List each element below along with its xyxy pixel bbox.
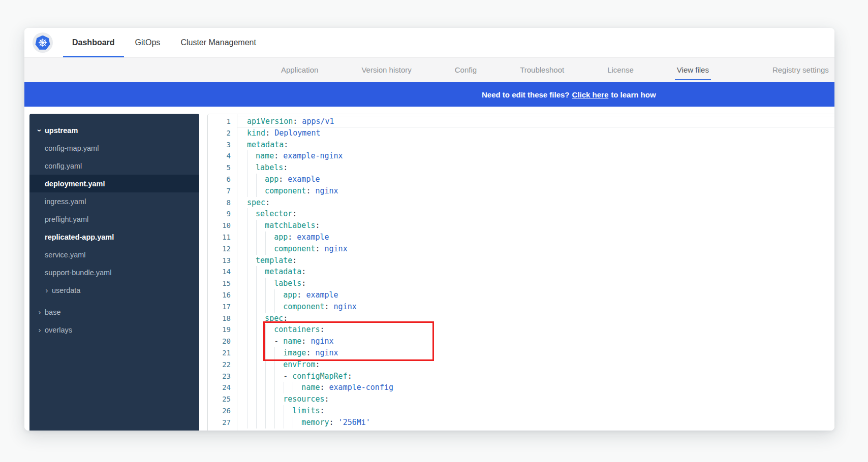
- yaml-punct: :: [283, 314, 288, 323]
- top-nav-item-gitops[interactable]: GitOps: [135, 28, 161, 57]
- tree-item-label: ingress.yaml: [45, 197, 86, 206]
- code-line-9: selector:: [237, 208, 834, 220]
- tree-folder-overlays[interactable]: ›overlays: [29, 321, 199, 339]
- app-tabs: ApplicationVersion historyConfigTroubles…: [281, 57, 829, 82]
- yaml-editor[interactable]: 1234567891011121314151617181920212223242…: [207, 114, 834, 431]
- yaml-punct: :: [265, 128, 270, 138]
- tree-file-support-bundle-yaml[interactable]: support-bundle.yaml: [29, 263, 199, 281]
- code-line-5: labels:: [237, 162, 834, 174]
- tab-version-history[interactable]: Version history: [361, 57, 411, 82]
- yaml-punct: :: [320, 406, 324, 415]
- click-here-link[interactable]: Click here: [572, 90, 609, 99]
- tree-file-preflight-yaml[interactable]: preflight.yaml: [29, 210, 199, 228]
- tab-config[interactable]: Config: [455, 57, 477, 82]
- indent-guides: [247, 174, 265, 185]
- yaml-key: metadata: [265, 267, 301, 276]
- yaml-value: example: [283, 175, 320, 184]
- line-number: 8: [208, 197, 231, 209]
- yaml-value: '256Mi': [334, 418, 370, 427]
- yaml-punct: :: [288, 233, 292, 242]
- line-number: 25: [208, 393, 231, 405]
- yaml-value: nginx: [311, 186, 338, 195]
- yaml-key: kind: [247, 128, 265, 138]
- yaml-key: selector: [256, 209, 292, 218]
- editor-line-numbers: 1234567891011121314151617181920212223242…: [208, 114, 237, 431]
- indent-guides: [247, 185, 265, 197]
- tab-troubleshoot[interactable]: Troubleshoot: [520, 57, 564, 82]
- tree-item-label: overlays: [45, 326, 72, 334]
- yaml-value: nginx: [320, 244, 347, 253]
- tree-file-deployment-yaml[interactable]: deployment.yaml: [29, 175, 199, 192]
- indent-guides: [247, 162, 256, 174]
- yaml-key: name: [283, 337, 301, 346]
- indent-guides: [247, 393, 283, 405]
- top-nav-bar: DashboardGitOpsCluster Management: [24, 28, 834, 57]
- tree-folder-upstream[interactable]: ›upstream: [29, 121, 199, 139]
- line-number: 17: [208, 301, 231, 313]
- tree-item-label: upstream: [45, 126, 78, 135]
- indent-guides: [247, 220, 265, 232]
- line-number: 10: [208, 220, 231, 232]
- tree-item-label: replicated-app.yaml: [45, 233, 114, 241]
- yaml-punct: :: [292, 209, 297, 218]
- line-number: 4: [208, 150, 231, 162]
- line-number: 15: [208, 278, 231, 289]
- top-nav-item-cluster-management[interactable]: Cluster Management: [180, 28, 256, 57]
- admin-console-window: DashboardGitOpsCluster Management Applic…: [24, 28, 834, 431]
- tree-item-label: support-bundle.yaml: [45, 269, 111, 277]
- tree-folder-base[interactable]: ›base: [29, 303, 199, 321]
- code-line-15: labels:: [237, 278, 834, 289]
- indent-guides: [247, 266, 265, 278]
- code-line-11: app: example: [237, 232, 834, 243]
- indent-guides: [247, 278, 274, 289]
- tree-file-replicated-app-yaml[interactable]: replicated-app.yaml: [29, 228, 199, 246]
- yaml-key: component: [283, 302, 324, 311]
- yaml-punct: :: [283, 163, 288, 172]
- yaml-value: nginx: [329, 302, 357, 311]
- tree-file-service-yaml[interactable]: service.yaml: [29, 246, 199, 263]
- line-number: 2: [208, 127, 231, 139]
- yaml-key: envFrom: [283, 360, 315, 369]
- code-line-19: containers:: [237, 324, 834, 336]
- code-line-20: - name: nginx: [237, 336, 834, 347]
- yaml-key: memory: [301, 418, 329, 427]
- banner-suffix: to learn how: [611, 90, 656, 99]
- yaml-key: name: [256, 151, 274, 160]
- tab-license[interactable]: License: [607, 57, 634, 82]
- code-line-10: matchLabels:: [237, 220, 834, 232]
- line-number: 21: [208, 347, 231, 359]
- code-line-2: kind: Deployment: [237, 127, 834, 139]
- tree-folder-userdata[interactable]: ›userdata: [29, 281, 199, 299]
- indent-guides: [247, 208, 256, 220]
- yaml-punct: :: [301, 279, 306, 288]
- top-nav-item-dashboard[interactable]: Dashboard: [72, 28, 115, 57]
- yaml-key: metadata: [247, 140, 284, 149]
- line-number: 18: [208, 313, 231, 324]
- tree-item-label: config.yaml: [45, 162, 82, 170]
- code-line-6: app: example: [237, 174, 834, 185]
- tree-file-config-yaml[interactable]: config.yaml: [29, 157, 199, 175]
- yaml-punct: :: [297, 290, 301, 300]
- indent-guides: [247, 232, 274, 243]
- tab-application[interactable]: Application: [281, 57, 318, 82]
- yaml-key: image: [283, 348, 306, 357]
- indent-guides: [247, 336, 274, 347]
- tab-registry-settings[interactable]: Registry settings: [772, 57, 829, 82]
- view-files-content: ›upstreamconfig-map.yamlconfig.yamldeplo…: [24, 107, 834, 431]
- indent-guides: [247, 255, 256, 267]
- yaml-key: labels: [274, 279, 301, 288]
- indent-guides: [247, 371, 283, 382]
- tree-file-config-map-yaml[interactable]: config-map.yaml: [29, 139, 199, 157]
- yaml-key: containers: [274, 325, 320, 334]
- tree-file-ingress-yaml[interactable]: ingress.yaml: [29, 192, 199, 210]
- line-number: 6: [208, 174, 231, 185]
- top-nav: DashboardGitOpsCluster Management: [72, 28, 256, 57]
- yaml-key: resources: [283, 394, 324, 404]
- yaml-punct: :: [320, 325, 324, 334]
- editor-code-pane[interactable]: apiVersion: apps/v1kind: Deploymentmetad…: [237, 114, 834, 431]
- code-line-16: app: example: [237, 289, 834, 301]
- line-number: 7: [208, 185, 231, 197]
- indent-guides: [247, 417, 301, 428]
- yaml-punct: -: [274, 337, 283, 346]
- tab-view-files[interactable]: View files: [677, 57, 709, 82]
